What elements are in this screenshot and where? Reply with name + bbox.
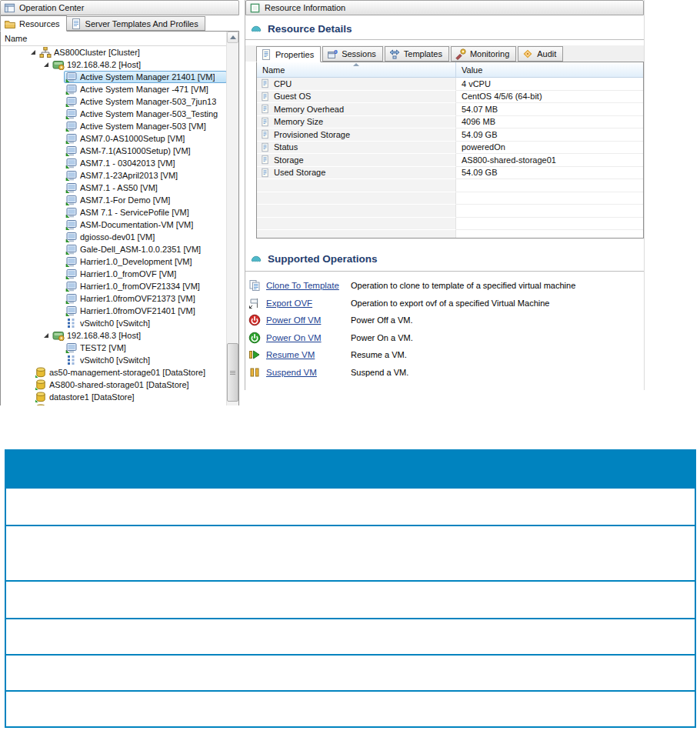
property-row-used-storage[interactable]: Used Storage54.09 GB	[257, 167, 643, 180]
op-description: Suspend a VM.	[351, 368, 408, 377]
tree-item-body: TEST2 [VM]	[64, 342, 227, 354]
tree-item-label: Harrier1.0_fromOVF [VM]	[80, 269, 176, 279]
tree-indent	[1, 397, 24, 398]
tree-item-active-system-manager-503-vm[interactable]: Active System Manager-503 [VM]	[1, 120, 227, 132]
vm-icon	[65, 194, 78, 206]
op-link-power-on-vm[interactable]: Power On VM	[266, 333, 322, 342]
tree-item-label: as50-management-storage01 [DataStore]	[49, 368, 205, 377]
tree-item-partial[interactable]	[1, 403, 227, 405]
tree-item-asm7-1-as50-vm[interactable]: ASM7.1 - AS50 [VM]	[1, 182, 227, 194]
tree-item-192-168-48-2-host[interactable]: 192.168.48.2 [Host]	[1, 58, 227, 71]
tab-audit[interactable]: Audit	[518, 46, 563, 62]
tree-item-asm-documentation-vm-vm[interactable]: ASM-Documentation-VM [VM]	[1, 219, 227, 231]
tree-item-harrier1-0fromovf21373-vm[interactable]: Harrier1.0fromOVF21373 [VM]	[1, 292, 227, 305]
tree-item-as50-management-storage01-datastore[interactable]: as50-management-storage01 [DataStore]	[1, 366, 227, 379]
tree-item-asm7-1-for-demo-vm[interactable]: ASM7.1-For Demo [VM]	[1, 194, 227, 206]
bottom-table-row[interactable]	[6, 580, 695, 618]
tree-item-asm-7-1-as1000setup-vm[interactable]: ASM-7.1(AS1000Setup) [VM]	[1, 145, 227, 157]
tree-item-as800-shared-storage01-datastore[interactable]: AS800-shared-storage01 [DataStore]	[1, 379, 227, 391]
tree-item-harrier1-0-fromovf-vm[interactable]: Harrier1.0_fromOVF [VM]	[1, 268, 227, 280]
tree-scrollbar[interactable]	[226, 32, 238, 405]
bottom-table-row[interactable]	[6, 690, 695, 724]
column-header-name[interactable]: Name	[257, 62, 456, 77]
divider	[245, 271, 644, 272]
tree-item-label: ASM-Documentation-VM [VM]	[80, 220, 193, 229]
tree-item-asm7-1-23april2013-vm[interactable]: ASM7.1-23April2013 [VM]	[1, 169, 227, 182]
property-value: 4096 MB	[462, 117, 495, 126]
tree-item-active-system-manager-503-7jun13[interactable]: Active System Manager-503_7jun13	[1, 95, 227, 108]
expander-spacer	[55, 97, 64, 106]
bottom-table-row[interactable]	[6, 618, 695, 654]
tab-monitoring[interactable]: Monitoring	[451, 46, 516, 62]
tab-label: Properties	[275, 50, 314, 59]
op-link-clone-to-template[interactable]: Clone To Template	[266, 281, 339, 290]
property-row-guest-os[interactable]: Guest OSCentOS 4/5/6 (64-bit)	[257, 91, 643, 104]
property-row-memory-overhead[interactable]: Memory Overhead54.07 MB	[257, 103, 643, 116]
tree-item-datastore1-datastore[interactable]: datastore1 [DataStore]	[1, 391, 227, 403]
resource-information-titlebar: Resource Information	[245, 0, 644, 15]
tree-item-test2-vm[interactable]: TEST2 [VM]	[1, 342, 227, 354]
tree-item-label: ASM7.1-For Demo [VM]	[80, 195, 170, 205]
op-description: Operation to clone to template of a spec…	[351, 281, 575, 290]
vm-icon	[65, 182, 78, 194]
op-link-resume-vm[interactable]: Resume VM	[266, 350, 315, 359]
tree-item-body: ASM-Documentation-VM [VM]	[64, 219, 227, 231]
expander-spacer	[55, 109, 64, 118]
tree-item-harrier1-0-fromovf21334-vm[interactable]: Harrier1.0_fromOVF21334 [VM]	[1, 280, 227, 292]
resource-information-title: Resource Information	[265, 3, 345, 12]
tree-item-vswitch0-vswitch[interactable]: vSwitch0 [vSwitch]	[1, 354, 227, 366]
tab-resources[interactable]: Resources	[0, 15, 67, 32]
bottom-table-row[interactable]	[6, 487, 695, 525]
op-link-export-ovf[interactable]: Export OVF	[266, 299, 312, 308]
property-name: Status	[274, 142, 298, 152]
tree-item-harrier1-0-development-vm[interactable]: Harrier1.0_Development [VM]	[1, 255, 227, 268]
tree-item-harrier1-0fromovf21401-vm[interactable]: Harrier1.0fromOVF21401 [VM]	[1, 305, 227, 317]
property-value-cell: 4096 MB	[456, 116, 643, 129]
scroll-up-button[interactable]	[227, 32, 238, 43]
tree-item-vswitch0-vswitch[interactable]: vSwitch0 [vSwitch]	[1, 317, 227, 329]
property-row-storage[interactable]: StorageAS800-shared-storage01	[257, 154, 643, 167]
expander-spacer	[24, 380, 33, 389]
property-name-cell	[257, 230, 456, 239]
tree-item-asm7-0-as1000setup-vm[interactable]: ASM7.0-AS1000Setup [VM]	[1, 132, 227, 145]
property-row-memory-size[interactable]: Memory Size4096 MB	[257, 116, 643, 129]
tree-item-192-168-48-3-host[interactable]: 192.168.48.3 [Host]	[1, 329, 227, 342]
tab-templates[interactable]: Templates	[385, 46, 449, 62]
tree-item-active-system-manager-503-testing[interactable]: Active System Manager-503_Testing	[1, 108, 227, 120]
expander-expanded-icon[interactable]	[28, 48, 38, 57]
monitoring-icon	[455, 48, 467, 60]
tree-item-label: Active System Manager-503_7jun13	[80, 97, 216, 106]
bottom-table-row[interactable]	[6, 525, 695, 580]
op-link-suspend-vm[interactable]: Suspend VM	[266, 368, 317, 377]
bottom-table-row[interactable]	[6, 654, 695, 690]
tree-item-active-system-manager-21401-vm[interactable]: Active System Manager 21401 [VM]	[1, 71, 227, 83]
properties-table-header: Name Value	[257, 62, 643, 78]
property-name-cell: Memory Overhead	[257, 103, 456, 116]
tree-item-body: ASM7.1 - AS50 [VM]	[64, 182, 227, 194]
property-name-cell: Storage	[257, 154, 456, 167]
property-name-cell	[257, 192, 456, 205]
tree-item-body: Gale-Dell_ASM-1.0.0.2351 [VM]	[64, 243, 227, 255]
tree-item-gale-dell-asm-1-0-0-2351-vm[interactable]: Gale-Dell_ASM-1.0.0.2351 [VM]	[1, 243, 227, 255]
tree-item-asm-7-1-servicepofile-vm[interactable]: ASM 7.1 - ServicePofile [VM]	[1, 206, 227, 219]
op-link-power-off-vm[interactable]: Power Off VM	[266, 315, 321, 325]
property-row-empty	[257, 192, 643, 205]
column-header-value[interactable]: Value	[456, 62, 643, 77]
tree-item-dgiosso-dev01-vm[interactable]: dgiosso-dev01 [VM]	[1, 231, 227, 243]
tree-item-asm7-1-03042013-vm[interactable]: ASM7.1 - 03042013 [VM]	[1, 157, 227, 169]
scrollbar-thumb[interactable]	[227, 343, 238, 402]
tree-column-header-name[interactable]: Name	[1, 32, 227, 46]
tree-item-as800cluster-cluster[interactable]: AS800Cluster [Cluster]	[1, 46, 227, 58]
tab-properties[interactable]: Properties	[256, 46, 321, 62]
property-row-cpu[interactable]: CPU4 vCPU	[257, 78, 643, 91]
tab-server-templates-and-profiles[interactable]: Server Templates And Profiles	[66, 16, 205, 31]
property-row-provisioned-storage[interactable]: Provisioned Storage54.09 GB	[257, 128, 643, 142]
expander-expanded-icon[interactable]	[42, 60, 51, 69]
tab-sessions[interactable]: 9Sessions	[322, 46, 383, 62]
expander-expanded-icon[interactable]	[42, 331, 51, 340]
export-ovf-icon	[248, 297, 261, 309]
property-row-status[interactable]: StatuspoweredOn	[257, 142, 643, 155]
tab-label: Resources	[19, 19, 60, 28]
tree-indent	[1, 163, 55, 164]
tree-item-active-system-manager-471-vm[interactable]: Active System Manager -471 [VM]	[1, 83, 227, 95]
